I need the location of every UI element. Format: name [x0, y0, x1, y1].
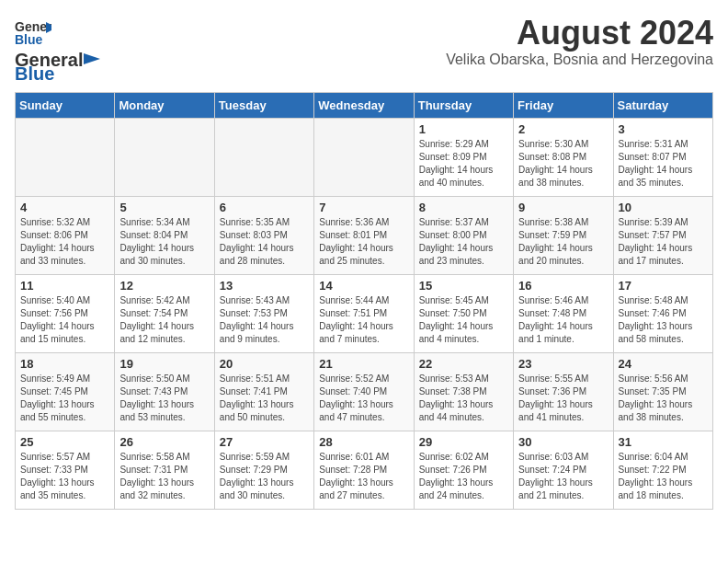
calendar-day: 12Sunrise: 5:42 AMSunset: 7:54 PMDayligh…	[115, 275, 214, 353]
calendar-week-4: 18Sunrise: 5:49 AMSunset: 7:45 PMDayligh…	[16, 353, 713, 431]
day-info: Sunrise: 5:46 AMSunset: 7:48 PMDaylight:…	[518, 294, 608, 346]
calendar-day: 13Sunrise: 5:43 AMSunset: 7:53 PMDayligh…	[214, 275, 313, 353]
calendar-day: 21Sunrise: 5:52 AMSunset: 7:40 PMDayligh…	[314, 353, 414, 431]
weekday-header-friday: Friday	[514, 93, 613, 119]
calendar-day: 29Sunrise: 6:02 AMSunset: 7:26 PMDayligh…	[414, 431, 513, 510]
day-info: Sunrise: 5:38 AMSunset: 7:59 PMDaylight:…	[518, 216, 608, 268]
calendar-day: 15Sunrise: 5:45 AMSunset: 7:50 PMDayligh…	[414, 275, 513, 353]
day-number: 27	[220, 435, 309, 449]
main-title: August 2024	[446, 15, 713, 52]
day-number: 24	[619, 357, 708, 371]
day-number: 28	[319, 435, 408, 449]
weekday-header-thursday: Thursday	[414, 93, 513, 119]
day-info: Sunrise: 6:02 AMSunset: 7:26 PMDaylight:…	[419, 451, 508, 502]
day-number: 21	[319, 357, 408, 371]
day-info: Sunrise: 5:55 AMSunset: 7:36 PMDaylight:…	[518, 373, 608, 424]
calendar-day: 7Sunrise: 5:36 AMSunset: 8:01 PMDaylight…	[314, 197, 414, 275]
subtitle: Velika Obarska, Bosnia and Herzegovina	[446, 52, 713, 68]
calendar-day: 8Sunrise: 5:37 AMSunset: 8:00 PMDaylight…	[414, 197, 513, 275]
day-number: 13	[220, 279, 309, 293]
calendar-day: 16Sunrise: 5:46 AMSunset: 7:48 PMDayligh…	[514, 275, 613, 353]
day-number: 3	[619, 122, 708, 136]
calendar-week-1: 1Sunrise: 5:29 AMSunset: 8:09 PMDaylight…	[16, 119, 713, 197]
calendar-day: 20Sunrise: 5:51 AMSunset: 7:41 PMDayligh…	[214, 353, 313, 431]
day-info: Sunrise: 5:29 AMSunset: 8:09 PMDaylight:…	[419, 138, 508, 190]
day-number: 19	[119, 357, 209, 371]
day-number: 4	[20, 201, 109, 214]
day-number: 10	[619, 201, 708, 214]
day-number: 2	[518, 122, 608, 136]
day-number: 26	[119, 435, 209, 449]
calendar-day	[214, 119, 313, 197]
day-info: Sunrise: 5:39 AMSunset: 7:57 PMDaylight:…	[619, 216, 708, 268]
day-info: Sunrise: 6:04 AMSunset: 7:22 PMDaylight:…	[619, 451, 708, 502]
day-number: 29	[419, 435, 508, 449]
logo-blue: Blue	[15, 63, 54, 85]
svg-marker-3	[84, 53, 100, 64]
day-info: Sunrise: 5:30 AMSunset: 8:08 PMDaylight:…	[518, 138, 608, 190]
day-number: 23	[518, 357, 608, 371]
day-info: Sunrise: 5:35 AMSunset: 8:03 PMDaylight:…	[220, 216, 309, 268]
calendar-day: 11Sunrise: 5:40 AMSunset: 7:56 PMDayligh…	[16, 275, 115, 353]
calendar-day	[314, 119, 414, 197]
calendar-day: 9Sunrise: 5:38 AMSunset: 7:59 PMDaylight…	[514, 197, 613, 275]
weekday-header-saturday: Saturday	[613, 93, 712, 119]
calendar-day: 4Sunrise: 5:32 AMSunset: 8:06 PMDaylight…	[16, 197, 115, 275]
day-number: 12	[119, 279, 209, 293]
weekday-header-tuesday: Tuesday	[214, 93, 313, 119]
day-number: 25	[20, 435, 109, 449]
day-number: 18	[20, 357, 109, 371]
calendar-day: 2Sunrise: 5:30 AMSunset: 8:08 PMDaylight…	[514, 119, 613, 197]
calendar-day: 14Sunrise: 5:44 AMSunset: 7:51 PMDayligh…	[314, 275, 414, 353]
day-info: Sunrise: 5:44 AMSunset: 7:51 PMDaylight:…	[319, 294, 408, 346]
calendar-day: 1Sunrise: 5:29 AMSunset: 8:09 PMDaylight…	[414, 119, 513, 197]
calendar-day: 5Sunrise: 5:34 AMSunset: 8:04 PMDaylight…	[115, 197, 214, 275]
weekday-header-monday: Monday	[115, 93, 214, 119]
day-number: 5	[119, 201, 209, 214]
day-number: 31	[619, 435, 708, 449]
calendar-day: 27Sunrise: 5:59 AMSunset: 7:29 PMDayligh…	[214, 431, 313, 510]
calendar-day: 26Sunrise: 5:58 AMSunset: 7:31 PMDayligh…	[115, 431, 214, 510]
day-info: Sunrise: 5:51 AMSunset: 7:41 PMDaylight:…	[220, 373, 309, 424]
calendar-day	[16, 119, 115, 197]
day-info: Sunrise: 5:36 AMSunset: 8:01 PMDaylight:…	[319, 216, 408, 268]
title-block: August 2024 Velika Obarska, Bosnia and H…	[446, 15, 713, 68]
day-number: 11	[20, 279, 109, 293]
calendar-day	[115, 119, 214, 197]
day-info: Sunrise: 5:50 AMSunset: 7:43 PMDaylight:…	[119, 373, 209, 424]
calendar-day: 3Sunrise: 5:31 AMSunset: 8:07 PMDaylight…	[613, 119, 712, 197]
day-info: Sunrise: 5:58 AMSunset: 7:31 PMDaylight:…	[119, 451, 209, 502]
calendar-day: 6Sunrise: 5:35 AMSunset: 8:03 PMDaylight…	[214, 197, 313, 275]
calendar-day: 18Sunrise: 5:49 AMSunset: 7:45 PMDayligh…	[16, 353, 115, 431]
day-info: Sunrise: 5:59 AMSunset: 7:29 PMDaylight:…	[220, 451, 309, 502]
day-info: Sunrise: 5:42 AMSunset: 7:54 PMDaylight:…	[119, 294, 209, 346]
day-info: Sunrise: 5:52 AMSunset: 7:40 PMDaylight:…	[319, 373, 408, 424]
calendar-day: 23Sunrise: 5:55 AMSunset: 7:36 PMDayligh…	[514, 353, 613, 431]
day-info: Sunrise: 5:49 AMSunset: 7:45 PMDaylight:…	[20, 373, 109, 424]
calendar-day: 24Sunrise: 5:56 AMSunset: 7:35 PMDayligh…	[613, 353, 712, 431]
day-info: Sunrise: 6:03 AMSunset: 7:24 PMDaylight:…	[518, 451, 608, 502]
calendar-week-5: 25Sunrise: 5:57 AMSunset: 7:33 PMDayligh…	[16, 431, 713, 510]
weekday-header-sunday: Sunday	[16, 93, 115, 119]
day-number: 6	[220, 201, 309, 214]
calendar-day: 22Sunrise: 5:53 AMSunset: 7:38 PMDayligh…	[414, 353, 513, 431]
calendar-week-3: 11Sunrise: 5:40 AMSunset: 7:56 PMDayligh…	[16, 275, 713, 353]
page-header: General Blue General Blue August 2024 Ve…	[15, 15, 713, 85]
day-info: Sunrise: 6:01 AMSunset: 7:28 PMDaylight:…	[319, 451, 408, 502]
day-info: Sunrise: 5:32 AMSunset: 8:06 PMDaylight:…	[20, 216, 109, 268]
logo: General Blue General Blue	[15, 15, 105, 85]
day-number: 22	[419, 357, 508, 371]
calendar-day: 28Sunrise: 6:01 AMSunset: 7:28 PMDayligh…	[314, 431, 414, 510]
day-info: Sunrise: 5:53 AMSunset: 7:38 PMDaylight:…	[419, 373, 508, 424]
calendar-day: 19Sunrise: 5:50 AMSunset: 7:43 PMDayligh…	[115, 353, 214, 431]
day-info: Sunrise: 5:56 AMSunset: 7:35 PMDaylight:…	[619, 373, 708, 424]
day-number: 14	[319, 279, 408, 293]
day-number: 7	[319, 201, 408, 214]
day-number: 17	[619, 279, 708, 293]
day-info: Sunrise: 5:43 AMSunset: 7:53 PMDaylight:…	[220, 294, 309, 346]
day-number: 9	[518, 201, 608, 214]
calendar-day: 30Sunrise: 6:03 AMSunset: 7:24 PMDayligh…	[514, 431, 613, 510]
logo-arrow-icon	[84, 52, 104, 66]
calendar-day: 17Sunrise: 5:48 AMSunset: 7:46 PMDayligh…	[613, 275, 712, 353]
day-number: 8	[419, 201, 508, 214]
